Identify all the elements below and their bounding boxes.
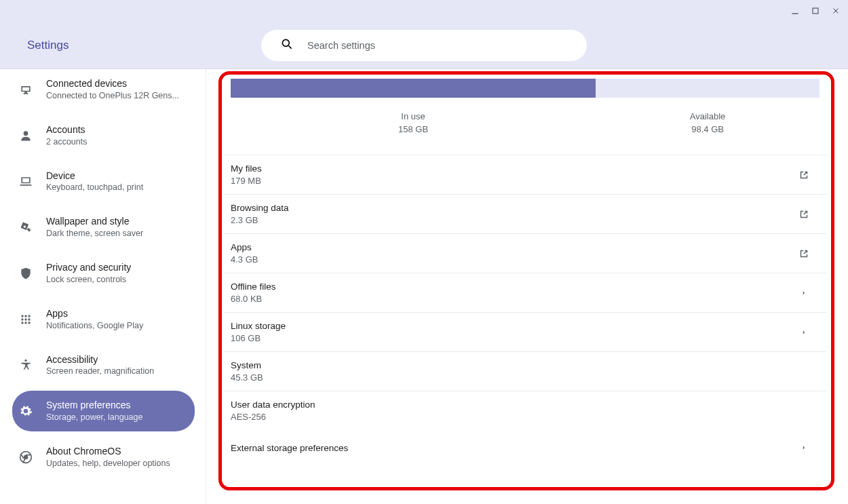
sidebar-item-sub: Lock screen, controls <box>46 274 131 286</box>
external-storage-preferences-row[interactable]: External storage preferences <box>224 433 826 462</box>
sidebar-item-connected-devices[interactable]: Connected devicesConnected to OnePlus 12… <box>12 69 195 110</box>
app-header: Settings <box>0 22 848 69</box>
sidebar-item-label: Accessibility <box>46 353 154 366</box>
sidebar-item-about[interactable]: About ChromeOSUpdates, help, developer o… <box>12 437 195 478</box>
row-sub: 106 GB <box>231 333 286 343</box>
sidebar-item-label: System preferences <box>46 399 142 412</box>
storage-row-browsing-data[interactable]: Browsing data2.3 GB <box>224 195 826 234</box>
storage-row-apps[interactable]: Apps4.3 GB <box>224 234 826 273</box>
row-sub: 68.0 KB <box>231 294 276 304</box>
sidebar-item-sub: Screen reader, magnification <box>46 366 154 377</box>
sidebar-item-privacy[interactable]: Privacy and securityLock screen, control… <box>12 253 195 294</box>
sidebar-item-label: Accounts <box>46 123 87 136</box>
available-label: Available <box>596 111 820 121</box>
sidebar-item-sub: 2 accounts <box>46 136 87 148</box>
storage-bar-used <box>231 79 596 98</box>
storage-bar <box>231 79 820 98</box>
row-sub: AES-256 <box>231 412 315 422</box>
external-link-icon <box>796 207 811 222</box>
sidebar-item-label: Privacy and security <box>46 261 131 274</box>
in-use-label: In use <box>231 111 596 121</box>
sidebar: Connected devicesConnected to OnePlus 12… <box>0 69 206 504</box>
row-title: System <box>231 360 263 370</box>
sidebar-item-sub: Storage, power, language <box>46 412 142 423</box>
sidebar-item-sub: Connected to OnePlus 12R Gens... <box>46 90 179 102</box>
window-maximize-button[interactable] <box>809 4 822 18</box>
laptop-icon <box>19 174 33 188</box>
window-minimize-button[interactable] <box>788 4 802 18</box>
row-title: Offline files <box>231 282 276 292</box>
devices-icon <box>19 83 33 96</box>
storage-row-offline-files[interactable]: Offline files68.0 KB <box>224 273 826 313</box>
row-title: Linux storage <box>231 321 286 331</box>
storage-row-system: System45.3 GB <box>224 352 826 391</box>
window-close-button[interactable] <box>829 4 843 18</box>
storage-row-my-files[interactable]: My files179 MB <box>224 155 826 195</box>
svg-rect-14 <box>813 8 818 14</box>
storage-panel: In use 158 GB Available 98.4 GB My files… <box>224 79 826 430</box>
chrome-icon <box>19 450 33 464</box>
search-container[interactable] <box>261 30 587 61</box>
sidebar-item-apps[interactable]: AppsNotifications, Google Play <box>12 299 195 340</box>
accessibility-icon <box>19 358 33 372</box>
row-sub: 2.3 GB <box>231 215 289 225</box>
storage-bar-available <box>596 79 820 98</box>
sidebar-item-label: Device <box>46 170 143 182</box>
style-icon <box>19 220 33 234</box>
external-link-icon <box>796 246 811 261</box>
sidebar-item-sub: Keyboard, touchpad, print <box>46 182 143 193</box>
search-input[interactable] <box>307 40 568 51</box>
sidebar-item-accounts[interactable]: Accounts2 accounts <box>12 115 195 156</box>
storage-row-linux-storage[interactable]: Linux storage106 GB <box>224 313 826 352</box>
sidebar-item-label: Apps <box>46 307 143 320</box>
apps-icon <box>19 313 33 326</box>
row-title: My files <box>231 163 262 174</box>
row-title: Browsing data <box>231 203 289 213</box>
main-content: In use 158 GB Available 98.4 GB My files… <box>206 69 848 504</box>
storage-row-encryption: User data encryptionAES-256 <box>224 391 826 430</box>
chevron-right-icon <box>796 286 811 301</box>
sidebar-item-label: Connected devices <box>46 77 179 90</box>
sidebar-item-label: About ChromeOS <box>46 445 170 458</box>
chevron-right-icon <box>796 440 811 455</box>
chevron-right-icon <box>796 325 811 340</box>
search-icon <box>280 37 294 54</box>
shield-icon <box>19 267 33 280</box>
app-title: Settings <box>27 39 69 52</box>
row-sub: 45.3 GB <box>231 372 263 383</box>
sidebar-item-wallpaper[interactable]: Wallpaper and styleDark theme, screen sa… <box>12 207 195 248</box>
sidebar-item-sub: Notifications, Google Play <box>46 320 143 332</box>
sidebar-item-label: Wallpaper and style <box>46 215 143 228</box>
row-title: External storage preferences <box>231 443 348 453</box>
sidebar-item-sub: Updates, help, developer options <box>46 458 170 469</box>
sidebar-item-sub: Dark theme, screen saver <box>46 228 143 239</box>
sidebar-item-device[interactable]: DeviceKeyboard, touchpad, print <box>12 161 195 202</box>
row-title: User data encryption <box>231 400 315 410</box>
row-sub: 4.3 GB <box>231 254 258 265</box>
row-sub: 179 MB <box>231 176 262 186</box>
sidebar-item-accessibility[interactable]: AccessibilityScreen reader, magnificatio… <box>12 345 195 386</box>
sidebar-item-system-preferences[interactable]: System preferencesStorage, power, langua… <box>12 391 195 431</box>
available-value: 98.4 GB <box>596 124 820 134</box>
settings-icon <box>19 404 33 418</box>
row-title: Apps <box>231 242 258 252</box>
account-icon <box>19 129 33 142</box>
external-link-icon <box>796 168 811 182</box>
in-use-value: 158 GB <box>231 124 596 134</box>
window-titlebar <box>0 0 848 22</box>
storage-summary: In use 158 GB Available 98.4 GB <box>224 79 826 155</box>
